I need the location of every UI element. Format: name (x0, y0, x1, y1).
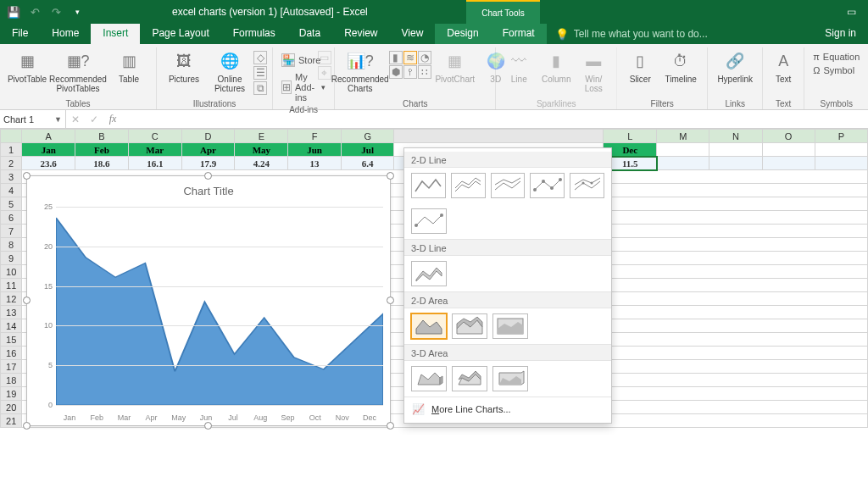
signin-link[interactable]: Sign in (813, 24, 868, 44)
resize-handle[interactable] (387, 422, 394, 430)
insert-pie-chart-icon[interactable]: ◔ (418, 51, 431, 64)
select-all-corner[interactable] (1, 130, 22, 143)
tab-review[interactable]: Review (332, 24, 389, 44)
shapes-icon[interactable]: ◇ (253, 51, 267, 64)
pivottable-button[interactable]: ▦PivotTable (5, 49, 49, 86)
tab-view[interactable]: View (390, 24, 436, 44)
cell[interactable]: Mar (128, 143, 181, 157)
cell[interactable]: May (235, 143, 288, 157)
3d-area-option[interactable] (411, 366, 447, 391)
resize-handle[interactable] (23, 172, 31, 180)
online-pictures-button[interactable]: 🌐Online Pictures (208, 49, 252, 95)
cell[interactable]: 13 (288, 157, 342, 170)
resize-handle[interactable] (204, 172, 212, 180)
insert-statistic-chart-icon[interactable]: ⫯ (403, 65, 417, 79)
stacked-line-markers-option[interactable] (570, 173, 604, 198)
tab-home[interactable]: Home (40, 24, 91, 44)
col-header[interactable]: L (604, 130, 657, 143)
symbol-button[interactable]: ΩSymbol (810, 64, 858, 76)
cell[interactable]: 17.9 (181, 157, 235, 170)
name-box[interactable]: Chart 1▼ (0, 110, 66, 128)
resize-handle[interactable] (23, 422, 31, 430)
stacked-line-chart-option[interactable] (451, 173, 486, 198)
col-header[interactable]: D (181, 130, 235, 143)
cell[interactable]: Apr (181, 143, 235, 157)
redo-icon[interactable]: ↷ (46, 2, 66, 22)
col-header[interactable]: G (341, 130, 394, 143)
screenshot-icon[interactable]: ⧉ (253, 81, 267, 95)
pivotchart-button[interactable]: ▦PivotChart (433, 49, 477, 86)
pictures-button[interactable]: 🖼Pictures (162, 49, 206, 86)
table-button[interactable]: ▥Table (107, 49, 151, 86)
smartart-icon[interactable]: ☰ (253, 66, 267, 80)
recommended-charts-button[interactable]: 📊?Recommended Charts (333, 49, 387, 95)
plot-area[interactable]: 0510152025 (56, 207, 383, 405)
stacked-area-option[interactable] (452, 313, 487, 339)
cancel-formula-icon[interactable]: ✕ (66, 114, 85, 125)
ribbon-display-options-icon[interactable]: ▭ (834, 6, 868, 18)
tab-insert[interactable]: Insert (91, 24, 140, 44)
3d-100pct-area-option[interactable] (492, 366, 528, 391)
more-line-charts-item[interactable]: 📈 More Line Charts... (404, 396, 611, 421)
fx-icon[interactable]: fx (103, 113, 122, 125)
col-header[interactable]: A (22, 130, 75, 143)
resize-handle[interactable] (387, 297, 394, 304)
col-header[interactable]: P (815, 130, 867, 143)
recommended-pivottables-button[interactable]: ▦?Recommended PivotTables (51, 49, 105, 95)
cell[interactable]: Jan (22, 143, 75, 157)
sparkline-column-button[interactable]: ▮Column (538, 49, 574, 86)
cell[interactable]: 18.6 (75, 157, 129, 170)
100pct-stacked-area-option[interactable] (492, 313, 528, 339)
cell[interactable]: 16.1 (128, 157, 181, 170)
cell[interactable]: Jun (288, 143, 342, 157)
cell[interactable]: 6.4 (341, 157, 394, 170)
name-box-dropdown-icon[interactable]: ▼ (54, 115, 62, 124)
col-header[interactable]: M (657, 130, 709, 143)
insert-line-chart-icon[interactable]: ≋ (403, 51, 417, 64)
slicer-button[interactable]: ▯Slicer (622, 49, 658, 86)
col-header[interactable]: E (235, 130, 288, 143)
col-header[interactable]: O (762, 130, 815, 143)
3d-line-option[interactable] (411, 261, 447, 286)
save-icon[interactable]: 💾 (3, 2, 24, 22)
qat-customize-icon[interactable]: ▾ (67, 2, 87, 22)
tab-design[interactable]: Design (435, 24, 490, 44)
tab-formulas[interactable]: Formulas (221, 24, 287, 44)
tab-format[interactable]: Format (491, 24, 547, 44)
chart-title[interactable]: Chart Title (27, 176, 390, 201)
tab-data[interactable]: Data (287, 24, 332, 44)
line-chart-option[interactable] (411, 173, 446, 198)
cell[interactable]: Jul (341, 143, 394, 157)
sparkline-line-button[interactable]: 〰Line (501, 49, 537, 86)
enter-formula-icon[interactable]: ✓ (85, 114, 103, 125)
col-header[interactable]: N (709, 130, 762, 143)
col-header[interactable]: F (288, 130, 342, 143)
3d-stacked-area-option[interactable] (452, 366, 487, 391)
tell-me-input[interactable]: 💡Tell me what you want to do... (547, 24, 814, 44)
tab-file[interactable]: File (0, 24, 40, 44)
chart-rec-sm-icon[interactable]: ▭ (318, 51, 331, 64)
insert-scatter-chart-icon[interactable]: ∷ (418, 65, 431, 79)
cell[interactable]: 4.24 (235, 157, 288, 170)
tab-page-layout[interactable]: Page Layout (140, 24, 220, 44)
area-chart-option[interactable] (411, 313, 447, 339)
embedded-chart[interactable]: Chart Title 0510152025 JanFebMarAprMayJu… (26, 175, 391, 426)
chart-map-icon[interactable]: ⌖ (318, 66, 331, 80)
100pct-stacked-line-option[interactable] (491, 173, 526, 198)
insert-column-chart-icon[interactable]: ▮ (389, 51, 403, 64)
sparkline-winloss-button[interactable]: ▬Win/ Loss (576, 49, 611, 95)
hyperlink-button[interactable]: 🔗Hyperlink (713, 49, 757, 86)
col-header[interactable]: C (128, 130, 181, 143)
cell[interactable]: 23.6 (22, 157, 75, 170)
timeline-button[interactable]: ⏱Timeline (659, 49, 702, 86)
cell[interactable]: Feb (75, 143, 129, 157)
line-markers-option[interactable] (530, 173, 565, 198)
text-button[interactable]: AText (768, 49, 798, 86)
resize-handle[interactable] (23, 297, 31, 304)
row-header[interactable]: 1 (1, 143, 22, 157)
insert-hierarchy-chart-icon[interactable]: ⬢ (389, 65, 403, 79)
worksheet-grid[interactable]: A B C D E F G L M N O P 1 Jan Feb Mar Ap… (0, 129, 868, 488)
col-header[interactable]: B (75, 130, 129, 143)
undo-icon[interactable]: ↶ (25, 2, 45, 22)
equation-button[interactable]: πEquation (810, 51, 863, 63)
